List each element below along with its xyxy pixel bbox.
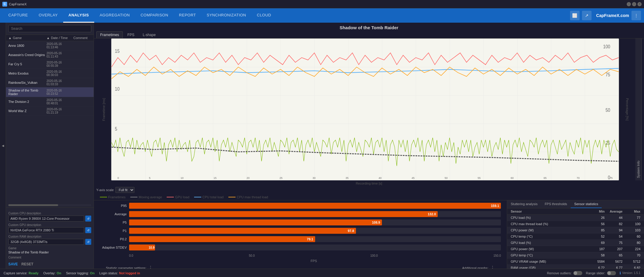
ram-input-row: ↺ [8,239,91,245]
nav-bar: CAPTURE OVERLAY ANALYSIS AGGREGATION COM… [0,8,644,23]
range-slider-toggle-switch[interactable] [607,271,616,275]
app-title: CapFrameX [9,2,627,6]
stats-row: RAM usage (GB) 6.72 6.77 6.82 [507,265,644,269]
nav-analysis[interactable]: ANALYSIS [63,8,95,23]
bar-fill-p1: 97.8 [129,228,356,234]
legend-gpu-load: GPU load [167,195,189,199]
y-scale-select[interactable]: Full fit [115,187,134,193]
legend-cpu-max-line [228,197,236,197]
menu-button[interactable]: ⋮ [631,11,641,20]
stats-row: CPU max thread load (%) 56 82 100 [507,221,644,227]
table-row-selected[interactable]: Shadow of the Tomb Raider 2020-05-1600:2… [6,87,94,97]
stat-settings: Statistic parameter settings: ⋮ [106,265,153,269]
bottom-right: Remove outliers: Range slider: ℹ Version… [547,271,640,275]
bar-fill-stdev: 10.9 [129,244,155,250]
sidebar-search-area [6,23,94,35]
chart-tabs: Frametimes FPS L-shape [94,31,644,38]
tab-fps-thresholds[interactable]: FPS thresholds [541,200,571,208]
svg-text:15: 15 [115,49,120,54]
bar-x-label: FPS [100,259,501,263]
stats-tabs: Stuttering analysis FPS thresholds Senso… [507,200,644,208]
sidebar-toggle[interactable]: ◀ [0,23,6,269]
col-header-date[interactable]: ▲ Date / Time [47,36,73,40]
right-y-axis-label: Percentage [%] [626,98,629,120]
tab-lshape[interactable]: L-shape [139,31,160,38]
nav-overlay[interactable]: OVERLAY [33,8,63,23]
bottom-bar: Capture service: Ready Overlay: On Senso… [0,269,644,277]
tab-frametimes[interactable]: Frametimes [96,31,123,38]
bar-fill-p5: 108.9 [129,219,382,225]
window-controls: ─ □ ✕ [627,2,642,6]
legend-moving-avg-line [130,197,137,197]
stat-settings-menu[interactable]: ⋮ [148,265,153,269]
bar-chart-panel: P95 159.1 Average 132.0 P5 108.9 [94,200,507,269]
stats-row: GPU load (%) 69 75 80 [507,240,644,246]
maximize-button[interactable]: □ [632,2,636,6]
additional-graphs-menu[interactable]: ⋮ [490,265,495,269]
scrollbar-track[interactable] [8,204,91,206]
screenshot-button[interactable]: ⬜ [570,11,580,20]
y-scale-label: Y-axis scale [96,188,114,192]
legend-cpu-max: CPU max thread load [228,195,268,199]
gpu-refresh-button[interactable]: ↺ [85,227,91,233]
remove-outliers-toggle-switch[interactable] [573,271,582,275]
tab-sensor-statistics[interactable]: Sensor statistics [571,200,602,208]
search-input[interactable] [8,25,91,32]
legend-gpu-load-line [167,197,174,197]
cpu-input[interactable] [8,216,84,222]
table-row[interactable]: Far Cry 5 2020-05-1600:55:39 [6,60,94,69]
nav-capture[interactable]: CAPTURE [3,8,33,23]
ram-refresh-button[interactable]: ↺ [85,239,91,245]
stats-header: Sensor Min Average Max [507,208,644,215]
gpu-label: Custom GPU description [8,223,91,227]
export-button[interactable]: ↗ [582,11,592,20]
login-status: Login status: Not logged in [99,271,140,275]
system-info-tab[interactable]: System Info [635,38,642,180]
comment-label: Comment [8,256,91,259]
table-row[interactable]: Assassin's Creed Origins 2020-05-1601:11… [6,50,94,60]
sidebar-bottom: Custom CPU description ↺ Custom GPU desc… [6,207,94,269]
x-ticks: 05101520 2530354045 505560657075 [117,177,613,179]
svg-text:50: 50 [606,107,610,113]
legend-frametimes-line [100,197,107,197]
table-row[interactable]: World War Z 2020-05-1601:21:19 [6,106,94,116]
table-row[interactable]: The Division 2 2020-05-1600:48:01 [6,97,94,106]
nav-cloud[interactable]: CLOUD [252,8,277,23]
sensor-status: Sensor logging: On [66,271,95,275]
tab-fps[interactable]: FPS [123,31,138,38]
table-row[interactable]: Metro Exodus 2020-05-1600:30:03 [6,69,94,78]
scrollbar-thumb[interactable] [8,204,58,206]
minimize-button[interactable]: ─ [627,2,631,6]
title-bar: C CapFrameX ─ □ ✕ [0,0,644,8]
nav-synchronization[interactable]: SYNCHRONIZATION [201,8,251,23]
save-button[interactable]: SAVE [8,262,18,266]
overlay-status-value: On [57,271,61,275]
stats-row: GPU power (W) 187 207 224 [507,246,644,252]
app-icon: C [2,2,7,7]
game-label: Game [8,247,91,250]
stats-panel: Stuttering analysis FPS thresholds Senso… [507,200,644,269]
legend-cpu-load-line [194,197,201,197]
table-row[interactable]: Anno 1800 2020-05-1601:13:46 [6,41,94,50]
close-button[interactable]: ✕ [637,2,642,6]
bar-track-p02: 79.1 [129,236,501,242]
nav-aggregation[interactable]: AGGREGATION [94,8,135,23]
nav-comparison[interactable]: COMPARISON [135,8,174,23]
table-row[interactable]: RainbowSix_Vulkan 2020-05-1601:03:33 [6,78,94,87]
tab-stuttering-analysis[interactable]: Stuttering analysis [507,200,541,208]
cpu-input-row: ↺ [8,216,91,222]
bar-track-stdev: 10.9 [129,244,501,250]
y-scale-row: Y-axis scale Full fit [94,186,644,194]
chart-wrapper: 15 10 5 100 75 50 25 0 [111,38,619,180]
reset-button[interactable]: RESET [21,262,33,266]
cpu-refresh-button[interactable]: ↺ [85,216,91,222]
gpu-input[interactable] [8,227,84,233]
bar-average: Average 132.0 [100,211,501,217]
col-header-game[interactable]: ▲ Game [8,36,47,40]
bar-fill-avg: 132.0 [129,211,438,217]
gpu-input-row: ↺ [8,227,91,233]
ram-input[interactable] [8,239,84,245]
nav-report[interactable]: REPORT [174,8,201,23]
bar-track-p1: 97.8 [129,228,501,234]
x-axis-label: Recording time [s] [94,180,644,186]
